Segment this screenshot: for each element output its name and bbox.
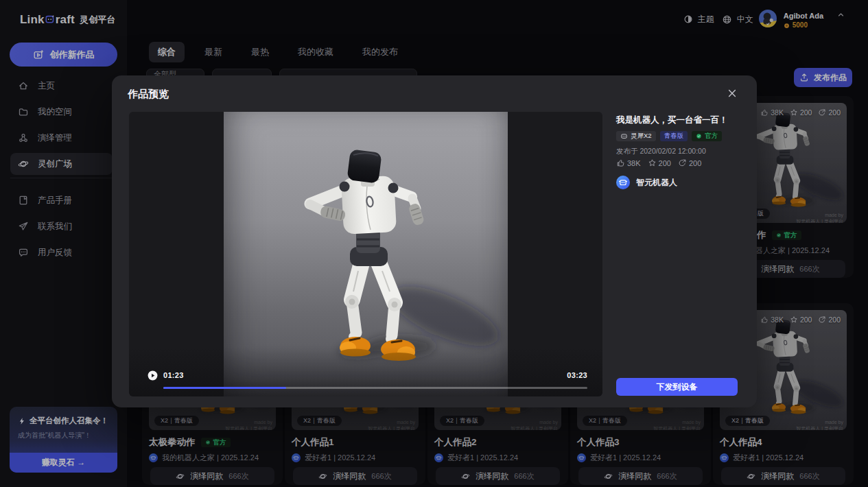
tag-official: 官方 [692,131,722,141]
progress-bar[interactable] [163,387,587,389]
author-avatar [616,176,630,189]
author-name: 智元机器人 [636,177,677,189]
tag-official-label: 官方 [705,132,718,141]
send-to-device-button[interactable]: 下发到设备 [616,378,738,396]
player-controls-shade [129,347,602,396]
play-button[interactable] [148,370,158,381]
work-author[interactable]: 智元机器人 [616,176,677,189]
total-time: 03:23 [567,371,587,379]
likes-count: 38K [627,159,641,167]
robot-head-icon [620,132,628,140]
progress-fill [163,387,286,389]
official-seal-icon [696,133,702,139]
robot-face-icon [618,178,628,187]
publish-date: 发布于 2020/02/02 12:00:00 [616,147,706,156]
shares-stat[interactable]: 200 [678,158,701,167]
current-time: 01:23 [163,371,184,379]
modal-title: 作品预览 [128,88,169,101]
tag-version: 青春版 [660,131,688,141]
likes-stat[interactable]: 38K [616,158,641,167]
stars-count: 200 [659,159,671,167]
work-stats: 38K 200 200 [616,158,701,167]
video-player: 01:23 03:23 [129,112,602,396]
thumbs-up-icon [616,158,625,167]
work-tags: 灵犀X2 青春版 官方 [616,131,722,141]
tag-model: 灵犀X2 [616,131,656,141]
app-root: Linkraft 灵创平台 创作新作品 主页 我的空间 演绎管理 灵创广场 产品… [0,0,868,487]
work-title: 我是机器人，买一台省一百！ [616,115,728,126]
work-detail-panel: 我是机器人，买一台省一百！ 灵犀X2 青春版 官方 发布于 2020/02/02… [616,75,738,407]
star-icon [648,158,657,167]
stars-stat[interactable]: 200 [648,158,671,167]
tag-version-label: 青春版 [664,132,684,141]
share-icon [678,158,687,167]
tag-model-label: 灵犀X2 [631,132,652,141]
work-preview-modal: 作品预览 01:23 03:23 我是机器人，买一台省一百！ 灵犀X2 青春版 [112,75,757,407]
shares-count: 200 [689,159,701,167]
